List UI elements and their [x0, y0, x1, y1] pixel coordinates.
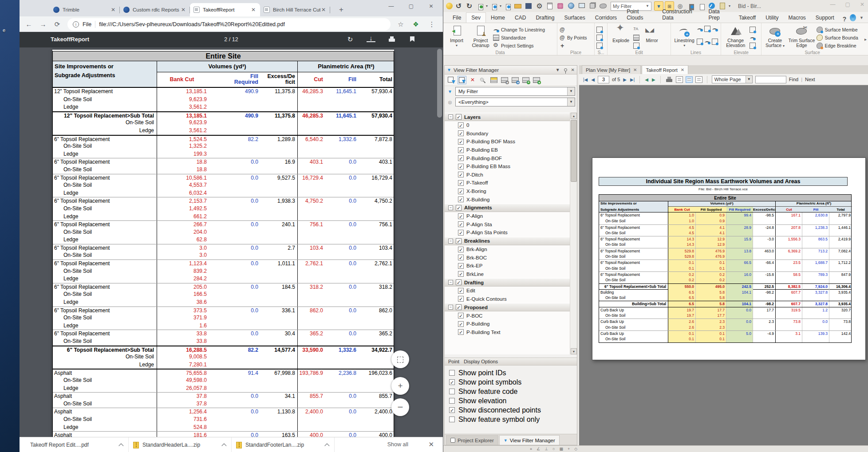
page-info-icon[interactable]: i	[73, 21, 79, 28]
report-icon[interactable]	[545, 1, 555, 11]
filter-select[interactable]: My Filter▼	[455, 87, 575, 96]
checkbox[interactable]	[449, 417, 455, 422]
checkbox[interactable]: ✓	[458, 197, 464, 202]
prev-page-icon[interactable]: ◀	[591, 77, 595, 82]
report-print-icon[interactable]	[665, 75, 673, 83]
checkbox[interactable]	[449, 370, 455, 376]
collapse-icon[interactable]: −	[448, 239, 453, 244]
display-option-row[interactable]: ✓Show disconnected points	[445, 405, 577, 415]
delete-filter-icon[interactable]: ✕	[468, 76, 477, 84]
maximize-icon[interactable]: ▢	[401, 0, 421, 13]
find-input[interactable]	[755, 76, 786, 83]
line-tool-2-icon[interactable]	[704, 26, 710, 32]
checkbox[interactable]: ✓	[458, 263, 464, 269]
change-to-linestring-button[interactable]: Change To Linestring	[493, 26, 545, 33]
project-cleanup-button[interactable]: ProjectCleanup	[469, 24, 492, 50]
bookmark-star-icon[interactable]: ☆	[395, 19, 406, 30]
reload-icon[interactable]: ⟳	[51, 19, 63, 30]
layout-grid-icon[interactable]	[695, 76, 702, 83]
edit-layers-button[interactable]	[633, 34, 639, 41]
tbc-minimize-icon[interactable]: —	[830, 1, 836, 8]
vfm-section-row[interactable]: −✓Drafting	[445, 278, 571, 287]
download-caret-icon[interactable]	[324, 443, 329, 448]
vfm-layer-row[interactable]: ✓Brk-BOC	[445, 253, 571, 262]
import-dropdown-icon[interactable]: ▾	[486, 4, 488, 8]
ribbon-tab-data-prep[interactable]: Data Prep	[703, 7, 734, 23]
import-file-icon[interactable]	[477, 3, 483, 9]
checkbox[interactable]: ✓	[458, 321, 464, 327]
checkbox[interactable]: ✓	[458, 213, 464, 219]
project-settings-button[interactable]: Project Settings	[493, 42, 545, 49]
tbc-close-icon[interactable]: ✕	[860, 1, 864, 8]
forward-icon[interactable]: →	[37, 19, 49, 30]
vfm-layer-row[interactable]: ✓Brk-EP	[445, 262, 571, 270]
download-item[interactable]: StandardHeaderLa....zip	[129, 437, 232, 452]
checkbox[interactable]: ✓	[458, 230, 464, 236]
find-button[interactable]: Find	[789, 77, 798, 82]
undo-icon[interactable]: ↺	[454, 1, 463, 11]
s-tool-2[interactable]	[596, 34, 603, 41]
page-number-input[interactable]	[598, 76, 609, 83]
vfm-layer-row[interactable]: ✓P-Ditch	[445, 171, 571, 179]
globe-icon[interactable]	[567, 1, 576, 11]
zoom-in-button[interactable]: +	[391, 377, 409, 395]
collapse-icon[interactable]: −	[448, 205, 453, 210]
browser-tab[interactable]: TakeoffReport✕	[190, 3, 260, 16]
checkbox[interactable]: ✓	[458, 130, 464, 136]
zoom-level-select[interactable]: Whole Page▼	[712, 75, 753, 83]
ribbon-tab-takeoff[interactable]: Takeoff	[734, 13, 761, 23]
checkbox[interactable]: ✓	[458, 155, 464, 161]
print-icon[interactable]	[387, 35, 396, 44]
close-icon[interactable]: ✕	[421, 0, 441, 13]
checkbox[interactable]	[449, 398, 455, 404]
linestring-button[interactable]: Linestring▾	[673, 24, 696, 50]
vfm-layer-row[interactable]: ✓P-BOC	[445, 311, 571, 320]
layer-set-add-icon[interactable]: +	[521, 76, 530, 84]
vfm-layer-row[interactable]: ✓X-Boring	[445, 187, 571, 196]
tab-project-explorer[interactable]: Project Explorer	[446, 435, 498, 445]
elevate-tool-1[interactable]	[750, 26, 756, 33]
display-option-row[interactable]: Show feature code	[445, 387, 577, 396]
checkbox[interactable]: ✓	[458, 255, 464, 260]
scope-select[interactable]: <Everything>▼	[455, 98, 575, 106]
surface-member-button[interactable]: Surface Membe	[817, 26, 858, 33]
checkbox[interactable]: ✓	[458, 180, 464, 186]
ribbon-tab-drafting[interactable]: Drafting	[531, 13, 559, 23]
checkbox[interactable]: ✓	[449, 407, 455, 413]
edge-breakline-button[interactable]: Edge Breakline	[817, 42, 858, 49]
open-project-icon[interactable]	[513, 1, 523, 11]
save-icon[interactable]	[524, 1, 533, 11]
download-item[interactable]: Takeoff Report Edit....pdf	[26, 437, 129, 452]
by-points-button[interactable]: By Points	[559, 34, 587, 41]
create-point-button[interactable]	[559, 26, 587, 33]
layer-set-search-icon[interactable]: ●	[511, 76, 520, 84]
tbc-maximize-icon[interactable]: ▢	[845, 1, 850, 8]
trim-surface-edge-button[interactable]: Trim SurfaceEdge	[787, 24, 816, 50]
scroll-down-icon[interactable]: ▼	[571, 348, 577, 354]
ribbon-tab-corridors[interactable]: Corridors	[590, 13, 622, 23]
minimize-icon[interactable]: —	[381, 0, 401, 13]
tab-close-icon[interactable]: ✕	[110, 7, 116, 13]
checkbox[interactable]: ✓	[458, 164, 464, 169]
vfm-layer-row[interactable]: ✓P-Building BOF Mass	[445, 138, 571, 146]
s-tool-3[interactable]	[596, 42, 603, 49]
pin-icon[interactable]	[564, 68, 567, 71]
ribbon-tab-surfaces[interactable]: Surfaces	[559, 13, 590, 23]
snap-icon-6[interactable]: +	[568, 447, 570, 451]
next-button[interactable]: Next	[805, 77, 815, 82]
mirror-button[interactable]: Mirror	[640, 24, 663, 50]
takeoff-report-close-icon[interactable]: ✕	[681, 67, 684, 72]
surface-view-icon[interactable]	[599, 1, 608, 11]
checkbox[interactable]: ✓	[458, 247, 464, 252]
checkbox[interactable]: ✓	[458, 329, 464, 335]
vfm-dropdown-icon[interactable]: ▼	[556, 67, 560, 72]
tab-view-filter-manager[interactable]: ▼ View Filter Manager	[499, 435, 560, 445]
snap-icon-2[interactable]: ∠	[537, 447, 540, 451]
last-page-icon[interactable]: ▶|	[630, 77, 635, 82]
search-icon[interactable]	[479, 76, 488, 84]
checkbox[interactable]: ✓	[458, 271, 464, 277]
checkbox[interactable]: ✓	[456, 238, 462, 244]
help-icon[interactable]: ?	[839, 16, 850, 23]
vfm-layer-row[interactable]: ✓P-Align Sta	[445, 220, 571, 229]
ribbon-tab-cad[interactable]: CAD	[510, 13, 531, 23]
